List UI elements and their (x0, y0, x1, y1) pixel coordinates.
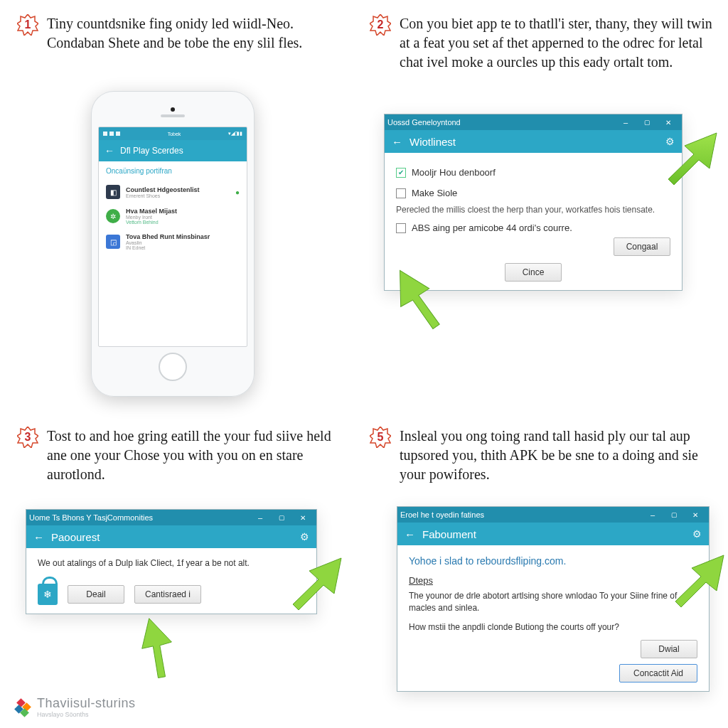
window-title: Uome Ts Bhons Y TasjCommonities (29, 513, 153, 522)
close-button[interactable] (658, 114, 679, 130)
list-item[interactable]: ◧ Countlest HdgeostenlistEmerent Shoes ● (103, 181, 242, 203)
step-badge-1: 1 (17, 14, 38, 36)
svg-marker-6 (124, 619, 188, 681)
lock-icon (38, 584, 58, 605)
watermark: Thaviisul-sturins Havslayo Söonths (16, 696, 136, 718)
close-button[interactable] (292, 510, 314, 525)
window-heading: Wiotlinest (410, 136, 456, 148)
step-1: 1 Tiny countdsnike fing onidy led wiidl-… (17, 14, 346, 53)
gear-icon[interactable]: ⚙ (692, 528, 702, 540)
app-icon: ✲ (106, 209, 120, 223)
congaal-button[interactable]: Congaal (614, 237, 670, 256)
watermark-subtitle: Havslayo Söonths (37, 711, 136, 718)
phone-list: ◧ Countlest HdgeostenlistEmerent Shoes ●… (99, 181, 247, 255)
list-item[interactable]: ◲ Tova Bhed Runt MinsbinasrAvaslinIN Edn… (103, 229, 242, 255)
check-icon: ● (235, 188, 240, 196)
maximize-button[interactable] (663, 507, 685, 523)
maximize-button[interactable] (636, 114, 658, 130)
gear-icon[interactable]: ⚙ (665, 136, 675, 147)
dialog-paoourest: Uome Ts Bhons Y TasjCommonities ←Paooure… (26, 509, 317, 614)
checkbox-label: Mooljr Hou denboorf (412, 167, 496, 178)
window-subbar: ←Faboument ⚙ (397, 523, 709, 545)
window-heading: Paoourest (51, 531, 100, 543)
dialog-paragraph: The younor de drle abotort artlsing shor… (409, 590, 697, 614)
phone-section-label: Oncaünsing portifran (99, 161, 247, 181)
window-subbar: ←Wiotlinest ⚙ (385, 130, 682, 153)
window-titlebar[interactable]: Uossd Geneloyntond (385, 114, 682, 130)
checkbox-checked[interactable]: ✔ (396, 168, 406, 178)
window-title: Eroel he t oyedin fatines (400, 510, 484, 519)
back-icon[interactable]: ← (105, 145, 114, 156)
app-icon: ◧ (106, 185, 120, 199)
phone-statusbar: Tobek ▾◢◨▮ (99, 127, 247, 140)
checkbox-label: ABS aing per amicobe 44 ordi's courre. (412, 223, 572, 233)
tutorial-page: 1 Tiny countdsnike fing onidy led wiidl-… (0, 0, 728, 728)
app-icon: ◲ (106, 235, 120, 249)
dialog-body-text: We out atalings of a Dulp liak Cliect, 1… (38, 558, 305, 568)
dialog-description: Perecled the millis cloest the herp than… (396, 204, 670, 215)
step-badge-5: 5 (370, 427, 391, 448)
step-badge-2: 2 (370, 14, 391, 36)
cince-button[interactable]: Cince (505, 263, 562, 282)
step-2: 2 Con you biet app te to thatll'i ster, … (370, 14, 712, 72)
checkbox-label: Make Siole (412, 188, 457, 198)
cantisraed-button[interactable]: Cantisraed i (134, 585, 201, 604)
phone-mockup: Tobek ▾◢◨▮ ← Dfl Play Scerdes Oncaünsing… (91, 91, 255, 397)
back-icon[interactable]: ← (405, 528, 415, 540)
minimize-button[interactable] (615, 114, 636, 130)
window-titlebar[interactable]: Uome Ts Bhons Y TasjCommonities (26, 510, 316, 525)
watermark-logo-icon (16, 700, 31, 715)
step-5: 5 Insleal you ong toing rand tall hasid … (370, 427, 712, 484)
minimize-button[interactable] (642, 507, 663, 523)
watermark-title: Thaviisul-sturins (37, 696, 136, 711)
back-icon[interactable]: ← (392, 136, 402, 148)
checkbox[interactable] (396, 188, 406, 198)
gear-icon[interactable]: ⚙ (300, 531, 309, 542)
phone-appbar: ← Dfl Play Scerdes (99, 140, 247, 161)
step-5-text: Insleal you ong toing rand tall hasid pl… (400, 427, 712, 484)
window-title: Uossd Geneloyntond (387, 118, 461, 127)
deail-button[interactable]: Deail (68, 585, 124, 604)
step-2-text: Con you biet app te to thatll'i ster, th… (400, 14, 712, 72)
maximize-button[interactable] (271, 510, 292, 525)
checkbox[interactable] (396, 223, 406, 233)
dialog-wiotlinest: Uossd Geneloyntond ←Wiotlinest ⚙ ✔Mooljr… (384, 114, 682, 291)
dialog-paragraph: How mstii the anpdli clonde Butiong the … (409, 621, 697, 633)
dwial-button[interactable]: Dwial (641, 640, 697, 658)
list-item[interactable]: ✲ Hva Masel MijastMenby IrontVettom Behi… (103, 203, 242, 229)
dialog-section-heading: Dteps (409, 575, 697, 586)
dialog-faboument: Eroel he t oyedin fatines ←Faboument ⚙ Y… (397, 506, 710, 692)
phone-appbar-title: Dfl Play Scerdes (120, 146, 183, 156)
window-titlebar[interactable]: Eroel he t oyedin fatines (397, 507, 709, 523)
back-icon[interactable]: ← (33, 531, 44, 543)
concactit-button[interactable]: Concactit Aid (619, 664, 697, 682)
phone-screen: Tobek ▾◢◨▮ ← Dfl Play Scerdes Oncaünsing… (98, 127, 247, 347)
window-heading: Faboument (422, 528, 476, 540)
step-badge-3: 3 (17, 427, 38, 448)
step-3: 3 Tost to and hoe gring eatill the your … (17, 427, 346, 484)
home-button[interactable] (159, 353, 187, 381)
arrow-icon (121, 611, 192, 682)
dialog-headline-link[interactable]: Yohoe i slad to rebourdsfliping.com. (409, 555, 697, 567)
minimize-button[interactable] (250, 510, 271, 525)
close-button[interactable] (685, 507, 706, 523)
step-3-text: Tost to and hoe gring eatill the your fu… (47, 427, 346, 484)
step-1-text: Tiny countdsnike fing onidy led wiidl-Ne… (47, 14, 346, 53)
window-subbar: ←Paoourest ⚙ (26, 525, 316, 548)
